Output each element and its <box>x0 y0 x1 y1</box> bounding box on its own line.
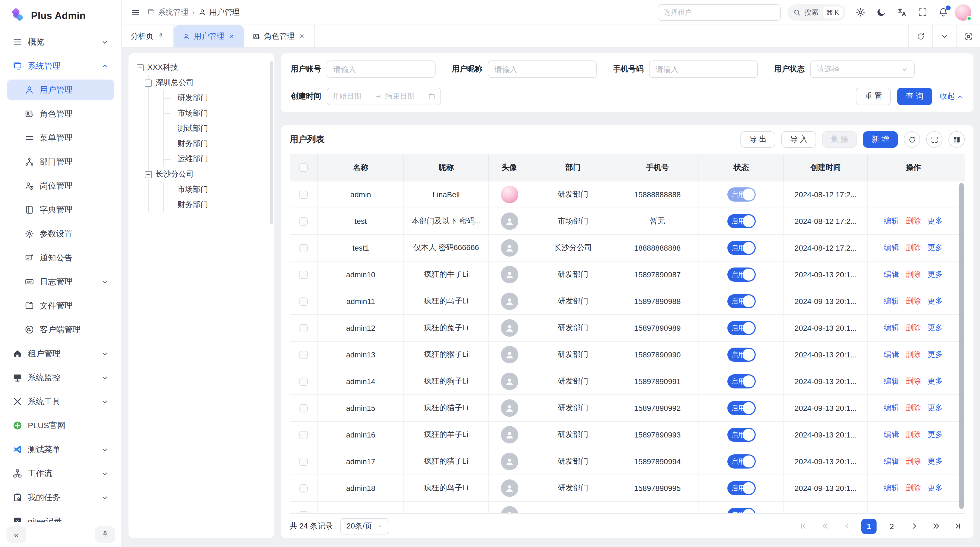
delete-link[interactable]: 删除 <box>906 376 921 386</box>
close-icon[interactable] <box>228 33 235 40</box>
tree-node-市场部门[interactable]: 市场部门 <box>164 106 269 121</box>
more-link[interactable]: 更多 <box>928 376 943 386</box>
sidebar-item-岗位管理[interactable]: 岗位管理 <box>7 175 115 196</box>
more-link[interactable]: 更多 <box>928 270 943 279</box>
row-checkbox[interactable] <box>299 431 308 439</box>
tree-node-测试部门[interactable]: 测试部门 <box>164 121 269 136</box>
edit-link[interactable]: 编辑 <box>884 243 899 253</box>
more-link[interactable]: 更多 <box>928 323 943 333</box>
tree-node-深圳总公司[interactable]: 深圳总公司 <box>145 75 269 91</box>
settings-icon[interactable] <box>855 7 865 18</box>
edit-link[interactable]: 编辑 <box>884 430 899 440</box>
tenant-select-input[interactable] <box>657 4 780 21</box>
tree-collapse-icon[interactable] <box>145 171 152 178</box>
edit-link[interactable]: 编辑 <box>884 270 899 279</box>
collapse-filters-link[interactable]: 收起 <box>940 91 964 101</box>
sidebar-item-PLUS官网[interactable]: PLUS官网 <box>7 415 115 436</box>
row-checkbox[interactable] <box>299 404 308 412</box>
sidebar-item-系统管理[interactable]: 系统管理 <box>7 56 115 76</box>
delete-button[interactable]: 删 除 <box>822 131 857 148</box>
edit-link[interactable]: 编辑 <box>884 323 899 333</box>
refresh-button[interactable] <box>904 131 920 148</box>
sidebar-item-租户管理[interactable]: 租户管理 <box>7 343 115 364</box>
row-checkbox[interactable] <box>299 458 308 466</box>
dark-mode-icon[interactable] <box>876 7 886 18</box>
delete-link[interactable]: 删除 <box>906 270 921 279</box>
delete-link[interactable]: 删除 <box>906 456 921 466</box>
tree-node-财务部门[interactable]: 财务部门 <box>164 197 269 212</box>
row-checkbox[interactable] <box>299 377 308 386</box>
sidebar-item-参数设置[interactable]: 参数设置 <box>7 223 115 244</box>
delete-link[interactable]: 删除 <box>906 297 921 306</box>
table-scrollbar[interactable] <box>959 183 964 509</box>
tab-dropdown-button[interactable] <box>932 25 956 48</box>
table-fullscreen-button[interactable] <box>926 131 942 148</box>
row-checkbox[interactable] <box>299 217 308 225</box>
breadcrumb-system[interactable]: 系统管理 <box>147 7 188 17</box>
row-checkbox[interactable] <box>299 271 308 279</box>
sidebar-pin-button[interactable] <box>95 526 115 543</box>
status-toggle[interactable]: 启用 <box>727 241 756 255</box>
more-link[interactable]: 更多 <box>928 483 943 493</box>
sidebar-item-字典管理[interactable]: 字典管理 <box>7 199 115 220</box>
status-select[interactable]: 请选择 <box>810 61 915 78</box>
row-checkbox[interactable] <box>299 297 308 305</box>
tree-node-市场部门[interactable]: 市场部门 <box>164 182 269 197</box>
tab-角色管理[interactable]: 角色管理 <box>244 25 315 48</box>
sidebar-item-用户管理[interactable]: 用户管理 <box>7 80 115 100</box>
export-button[interactable]: 导 出 <box>741 131 776 148</box>
status-toggle[interactable]: 启用 <box>727 481 756 495</box>
row-checkbox[interactable] <box>299 244 308 252</box>
delete-link[interactable]: 删除 <box>906 216 921 226</box>
hamburger-icon[interactable] <box>130 7 140 17</box>
status-toggle[interactable]: 启用 <box>727 428 756 442</box>
more-link[interactable]: 更多 <box>928 243 943 253</box>
tab-分析页[interactable]: 分析页 <box>122 25 174 48</box>
status-toggle[interactable]: 启用 <box>727 508 756 513</box>
notification-bell-icon[interactable] <box>938 7 948 18</box>
row-checkbox[interactable] <box>299 324 308 332</box>
edit-link[interactable]: 编辑 <box>884 403 899 413</box>
sidebar-item-概览[interactable]: 概览 <box>7 32 115 52</box>
edit-link[interactable]: 编辑 <box>884 216 899 226</box>
pin-icon[interactable] <box>158 33 164 40</box>
sidebar-item-客户端管理[interactable]: 客户端管理 <box>7 319 115 340</box>
delete-link[interactable]: 删除 <box>906 350 921 360</box>
page-size-select[interactable]: 20条/页 <box>340 518 389 534</box>
tree-node-研发部门[interactable]: 研发部门 <box>164 91 269 106</box>
select-all-checkbox[interactable] <box>299 163 308 172</box>
sidebar-item-日志管理[interactable]: DEV日志管理 <box>7 271 115 292</box>
prev-page-button[interactable] <box>840 519 854 533</box>
tree-node-财务部门[interactable]: 财务部门 <box>164 136 269 152</box>
sidebar-item-系统监控[interactable]: 系统监控 <box>7 367 115 388</box>
edit-link[interactable]: 编辑 <box>884 483 899 493</box>
status-toggle[interactable]: 启用 <box>727 401 756 415</box>
global-search[interactable]: 搜索 ⌘ K <box>787 4 846 21</box>
sidebar-item-菜单管理[interactable]: 菜单管理 <box>7 128 115 148</box>
delete-link[interactable]: 删除 <box>906 403 921 413</box>
page-button-2[interactable]: 2 <box>884 518 899 534</box>
tree-collapse-icon[interactable] <box>145 79 152 86</box>
sidebar-item-通知公告[interactable]: 通知公告 <box>7 247 115 268</box>
row-checkbox[interactable] <box>299 484 308 492</box>
sidebar-item-系统工具[interactable]: 系统工具 <box>7 391 115 412</box>
user-avatar[interactable] <box>955 4 971 21</box>
reset-button[interactable]: 重 置 <box>856 88 891 105</box>
edit-link[interactable]: 编辑 <box>884 456 899 466</box>
status-toggle[interactable]: 启用 <box>727 374 756 388</box>
tree-node-XXX科技[interactable]: XXX科技 <box>137 60 269 75</box>
sidebar-item-角色管理[interactable]: 角色管理 <box>7 104 115 124</box>
delete-link[interactable]: 删除 <box>906 483 921 493</box>
tab-refresh-button[interactable] <box>908 25 932 48</box>
prev-5-pages-button[interactable] <box>818 519 832 533</box>
tree-node-运维部门[interactable]: 运维部门 <box>164 152 269 167</box>
more-link[interactable]: 更多 <box>928 430 943 440</box>
last-page-button[interactable] <box>951 519 965 533</box>
add-button[interactable]: 新 增 <box>863 131 898 148</box>
tree-node-长沙分公司[interactable]: 长沙分公司 <box>145 167 269 182</box>
status-toggle[interactable]: 启用 <box>727 348 756 362</box>
more-link[interactable]: 更多 <box>928 456 943 466</box>
fullscreen-icon[interactable] <box>917 7 928 18</box>
more-link[interactable]: 更多 <box>928 297 943 306</box>
sidebar-item-文件管理[interactable]: 文件管理 <box>7 295 115 316</box>
